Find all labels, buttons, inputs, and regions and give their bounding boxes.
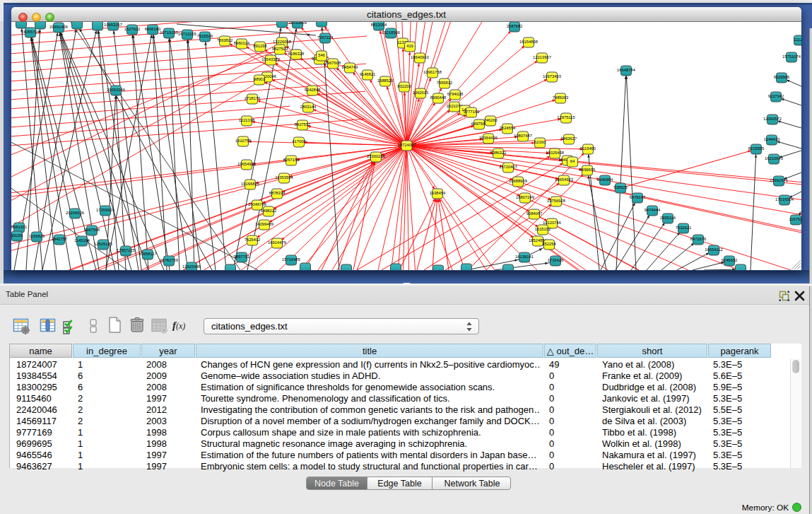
svg-text:8990448: 8990448 <box>430 95 447 100</box>
svg-text:2718176: 2718176 <box>245 96 261 100</box>
svg-text:20206536: 20206536 <box>66 211 84 215</box>
svg-text:9242848: 9242848 <box>305 88 321 92</box>
svg-text:1156829: 1156829 <box>29 234 45 238</box>
svg-text:16033809: 16033809 <box>288 22 307 25</box>
svg-text:16713155: 16713155 <box>178 32 196 36</box>
svg-text:8186328: 8186328 <box>288 52 305 56</box>
svg-text:16046766: 16046766 <box>248 202 266 206</box>
svg-text:546: 546 <box>318 53 325 57</box>
svg-text:7625402: 7625402 <box>245 238 261 242</box>
svg-text:25300235: 25300235 <box>367 154 385 158</box>
svg-text:2087682: 2087682 <box>507 24 523 28</box>
svg-text:2967608: 2967608 <box>325 61 341 65</box>
svg-text:7632621: 7632621 <box>676 226 692 230</box>
svg-text:12213967: 12213967 <box>533 55 551 59</box>
svg-text:2803144: 2803144 <box>300 105 317 109</box>
svg-text:15720407: 15720407 <box>499 165 517 169</box>
svg-text:8813054: 8813054 <box>371 23 387 27</box>
svg-text:6466160: 6466160 <box>145 27 161 31</box>
svg-text:15716485: 15716485 <box>282 257 300 262</box>
svg-text:8471676: 8471676 <box>690 237 707 241</box>
svg-text:10961758: 10961758 <box>423 70 442 74</box>
svg-text:8454749: 8454749 <box>342 65 358 69</box>
svg-text:10543382: 10543382 <box>261 57 280 62</box>
svg-text:19218506: 19218506 <box>382 30 400 35</box>
svg-text:9227342: 9227342 <box>768 94 784 98</box>
svg-text:7955812: 7955812 <box>437 81 453 85</box>
svg-text:9699695: 9699695 <box>579 168 596 172</box>
svg-text:18640910: 18640910 <box>411 55 429 59</box>
svg-text:891295: 891295 <box>253 44 266 48</box>
svg-text:252254: 252254 <box>542 242 556 246</box>
svg-text:417004: 417004 <box>292 139 306 144</box>
svg-text:9827503: 9827503 <box>272 47 288 51</box>
svg-text:16136141: 16136141 <box>515 255 534 259</box>
svg-text:1527602: 1527602 <box>124 27 141 31</box>
svg-text:8960124: 8960124 <box>234 41 250 45</box>
svg-text:19654923: 19654923 <box>237 162 256 166</box>
svg-text:10654112: 10654112 <box>705 247 722 252</box>
svg-text:15751074: 15751074 <box>782 54 801 59</box>
svg-text:10688609: 10688609 <box>509 179 527 183</box>
svg-text:20364436: 20364436 <box>479 136 498 140</box>
svg-text:9474444: 9474444 <box>645 208 661 212</box>
svg-text:7663822: 7663822 <box>217 38 233 42</box>
svg-text:1610755: 1610755 <box>235 139 252 143</box>
svg-text:9245652: 9245652 <box>722 258 738 262</box>
svg-text:6794028: 6794028 <box>447 92 464 96</box>
svg-text:1938454: 1938454 <box>430 191 446 195</box>
svg-text:8215955: 8215955 <box>748 146 765 151</box>
svg-text:7357224: 7357224 <box>317 35 334 40</box>
svg-text:16782759: 16782759 <box>160 258 178 262</box>
svg-text:14099489: 14099489 <box>255 222 273 226</box>
svg-text:17359924: 17359924 <box>96 208 115 212</box>
svg-text:20691406: 20691406 <box>49 25 68 29</box>
svg-text:8581301: 8581301 <box>11 225 27 229</box>
svg-text:19166825: 19166825 <box>241 182 259 186</box>
svg-text:1145194: 1145194 <box>74 238 90 243</box>
svg-text:16154808: 16154808 <box>519 40 538 44</box>
svg-text:10807487: 10807487 <box>514 134 532 138</box>
svg-text:10653267: 10653267 <box>104 23 122 27</box>
svg-text:7386322: 7386322 <box>490 151 507 155</box>
svg-text:13226058: 13226058 <box>273 40 291 44</box>
svg-text:8427552: 8427552 <box>295 122 311 127</box>
svg-text:9463627: 9463627 <box>561 136 577 141</box>
svg-text:19654923: 19654923 <box>555 177 573 182</box>
svg-text:16914479: 16914479 <box>268 240 286 245</box>
svg-text:10120746: 10120746 <box>543 221 561 225</box>
svg-text:1733426: 1733426 <box>548 258 564 262</box>
svg-text:5498222: 5498222 <box>261 209 277 213</box>
svg-text:9777169: 9777169 <box>464 110 480 114</box>
svg-text:7515526: 7515526 <box>197 34 213 38</box>
svg-text:12975115: 12975115 <box>557 115 575 119</box>
svg-text:12923446: 12923446 <box>182 264 201 269</box>
svg-text:10025458: 10025458 <box>546 151 564 155</box>
svg-text:62160: 62160 <box>534 140 546 144</box>
svg-text:8878334: 8878334 <box>269 191 286 195</box>
svg-text:116753: 116753 <box>789 217 801 221</box>
svg-text:8267150: 8267150 <box>283 158 300 162</box>
svg-text:39159: 39159 <box>11 233 23 238</box>
svg-text:2942757: 2942757 <box>52 237 68 241</box>
svg-text:17957225: 17957225 <box>117 248 135 252</box>
svg-text:9115460: 9115460 <box>580 146 596 151</box>
svg-text:746266: 746266 <box>483 118 497 122</box>
svg-text:7485063: 7485063 <box>553 95 569 100</box>
svg-text:98901: 98901 <box>254 77 265 81</box>
svg-text:9146821: 9146821 <box>360 72 376 76</box>
svg-text:9997568: 9997568 <box>84 228 100 232</box>
svg-text:832203: 832203 <box>397 84 411 88</box>
svg-text:10973493: 10973493 <box>543 74 561 78</box>
svg-text:1244413: 1244413 <box>764 137 780 141</box>
svg-text:14055724: 14055724 <box>21 30 40 34</box>
svg-text:9857791: 9857791 <box>234 255 250 259</box>
svg-text:3624554: 3624554 <box>500 126 516 130</box>
svg-text:20053346: 20053346 <box>107 88 125 92</box>
svg-text:2935114: 2935114 <box>660 216 676 220</box>
svg-text:10719155: 10719155 <box>160 30 178 35</box>
svg-text:16648784: 16648784 <box>617 68 636 72</box>
svg-text:6479197: 6479197 <box>630 195 646 199</box>
svg-text:15692971: 15692971 <box>770 178 788 182</box>
svg-text:10958117: 10958117 <box>139 252 156 256</box>
